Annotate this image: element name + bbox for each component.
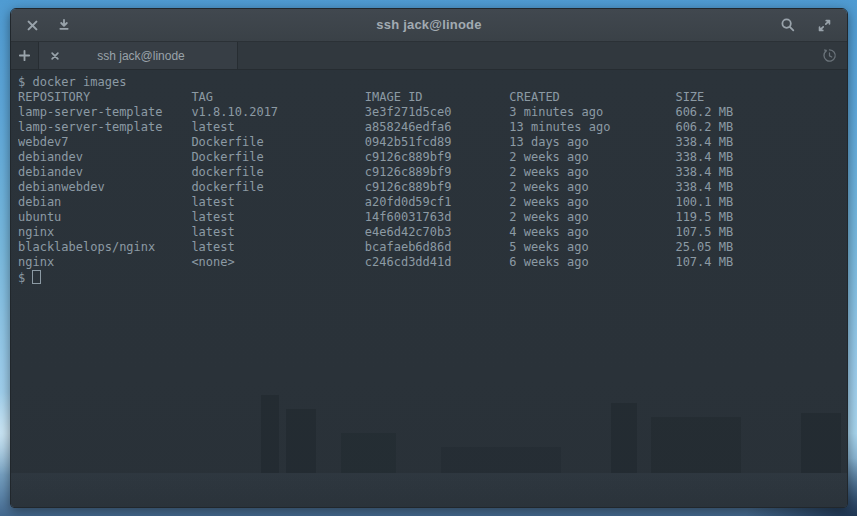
table-row: nginx<none>c246cd3dd41d6 weeks ago107.4 … — [18, 255, 847, 270]
table-cell: Dockerfile — [191, 150, 364, 165]
table-cell: 2 weeks ago — [509, 195, 675, 210]
table-cell: lamp-server-template — [18, 105, 191, 120]
table-row: nginxlateste4e6d42c70b34 weeks ago107.5 … — [18, 225, 847, 240]
table-cell: debian — [18, 195, 191, 210]
table-cell: nginx — [18, 255, 191, 270]
prompt-symbol: $ — [18, 271, 25, 285]
table-cell: 606.2 MB — [675, 105, 847, 120]
table-cell: c246cd3dd41d — [365, 255, 509, 270]
restore-closed-tabs-button[interactable] — [811, 42, 847, 69]
table-cell: a858246edfa6 — [365, 120, 509, 135]
table-cell: 107.5 MB — [675, 225, 847, 240]
table-cell: 338.4 MB — [675, 150, 847, 165]
table-cell: CREATED — [509, 90, 675, 105]
docker-images-table: REPOSITORYTAGIMAGE IDCREATEDSIZElamp-ser… — [18, 90, 847, 270]
table-cell: 2 weeks ago — [509, 180, 675, 195]
table-cell: SIZE — [675, 90, 847, 105]
table-row: webdev7Dockerfile0942b51fcd8913 days ago… — [18, 135, 847, 150]
table-header: REPOSITORYTAGIMAGE IDCREATEDSIZE — [18, 90, 847, 105]
tab-close-button[interactable] — [45, 46, 65, 66]
table-cell: 2 weeks ago — [509, 210, 675, 225]
titlebar-left-controls — [11, 9, 79, 41]
terminal-window: ssh jack@linode — [10, 8, 848, 508]
download-icon — [57, 18, 71, 32]
table-cell: TAG — [191, 90, 364, 105]
table-row: lamp-server-templatev1.8.10.20173e3f271d… — [18, 105, 847, 120]
titlebar[interactable]: ssh jack@linode — [11, 9, 847, 42]
table-cell: 14f60031763d — [365, 210, 509, 225]
terminal-cursor — [32, 270, 41, 284]
table-cell: 606.2 MB — [675, 120, 847, 135]
table-cell: 4 weeks ago — [509, 225, 675, 240]
table-cell: 119.5 MB — [675, 210, 847, 225]
table-cell: bcafaeb6d86d — [365, 240, 509, 255]
table-cell: c9126c889bf9 — [365, 180, 509, 195]
table-cell: dockerfile — [191, 180, 364, 195]
close-window-button[interactable] — [17, 9, 47, 41]
table-cell: latest — [191, 120, 364, 135]
table-row: debiandevdockerfilec9126c889bf92 weeks a… — [18, 165, 847, 180]
plus-icon — [18, 49, 31, 62]
fullscreen-button[interactable] — [809, 9, 839, 41]
close-icon — [50, 51, 60, 61]
titlebar-right-controls — [773, 9, 847, 41]
table-cell: 100.1 MB — [675, 195, 847, 210]
search-button[interactable] — [773, 9, 803, 41]
table-cell: 13 days ago — [509, 135, 675, 150]
table-cell: 5 weeks ago — [509, 240, 675, 255]
download-button[interactable] — [49, 9, 79, 41]
table-cell: 338.4 MB — [675, 180, 847, 195]
close-icon — [26, 19, 39, 32]
table-cell: latest — [191, 195, 364, 210]
table-cell: 2 weeks ago — [509, 165, 675, 180]
table-cell: debiandev — [18, 165, 191, 180]
table-cell: a20fd0d59cf1 — [365, 195, 509, 210]
table-cell: ubuntu — [18, 210, 191, 225]
tab-label: ssh jack@linode — [65, 49, 231, 63]
table-cell: debiandev — [18, 150, 191, 165]
new-tab-button[interactable] — [11, 42, 39, 69]
expand-icon — [817, 18, 832, 33]
table-cell: 107.4 MB — [675, 255, 847, 270]
table-row: blacklabelops/nginxlatestbcafaeb6d86d5 w… — [18, 240, 847, 255]
table-cell: nginx — [18, 225, 191, 240]
table-cell: 2 weeks ago — [509, 150, 675, 165]
table-cell: Dockerfile — [191, 135, 364, 150]
table-cell: v1.8.10.2017 — [191, 105, 364, 120]
table-cell: 25.05 MB — [675, 240, 847, 255]
table-cell: lamp-server-template — [18, 120, 191, 135]
table-cell: REPOSITORY — [18, 90, 191, 105]
table-row: debiandevDockerfilec9126c889bf92 weeks a… — [18, 150, 847, 165]
table-cell: webdev7 — [18, 135, 191, 150]
table-cell: 0942b51fcd89 — [365, 135, 509, 150]
table-cell: latest — [191, 225, 364, 240]
table-cell: 3 minutes ago — [509, 105, 675, 120]
table-row: debianwebdevdockerfilec9126c889bf92 week… — [18, 180, 847, 195]
history-icon — [822, 48, 837, 63]
tab-ssh-jack-linode[interactable]: ssh jack@linode — [39, 42, 238, 69]
table-cell: blacklabelops/nginx — [18, 240, 191, 255]
window-title: ssh jack@linode — [376, 9, 481, 41]
table-row: lamp-server-templatelatesta858246edfa613… — [18, 120, 847, 135]
tabbar: ssh jack@linode — [11, 42, 847, 70]
terminal-output: $ docker images REPOSITORYTAGIMAGE IDCRE… — [18, 75, 847, 286]
search-icon — [780, 17, 796, 33]
table-cell: 3e3f271d5ce0 — [365, 105, 509, 120]
terminal-screen[interactable]: $ docker images REPOSITORYTAGIMAGE IDCRE… — [11, 70, 847, 507]
table-cell: <none> — [191, 255, 364, 270]
table-cell: 6 weeks ago — [509, 255, 675, 270]
table-cell: 338.4 MB — [675, 135, 847, 150]
table-cell: c9126c889bf9 — [365, 150, 509, 165]
table-cell: 13 minutes ago — [509, 120, 675, 135]
command-line: $ docker images — [18, 75, 847, 90]
table-cell: latest — [191, 240, 364, 255]
table-cell: 338.4 MB — [675, 165, 847, 180]
table-row: ubuntulatest14f60031763d2 weeks ago119.5… — [18, 210, 847, 225]
table-cell: c9126c889bf9 — [365, 165, 509, 180]
wallpaper-skyline-silhouette — [11, 377, 847, 507]
table-cell: IMAGE ID — [365, 90, 509, 105]
table-cell: dockerfile — [191, 165, 364, 180]
table-cell: debianwebdev — [18, 180, 191, 195]
table-cell: latest — [191, 210, 364, 225]
table-row: debianlatesta20fd0d59cf12 weeks ago100.1… — [18, 195, 847, 210]
